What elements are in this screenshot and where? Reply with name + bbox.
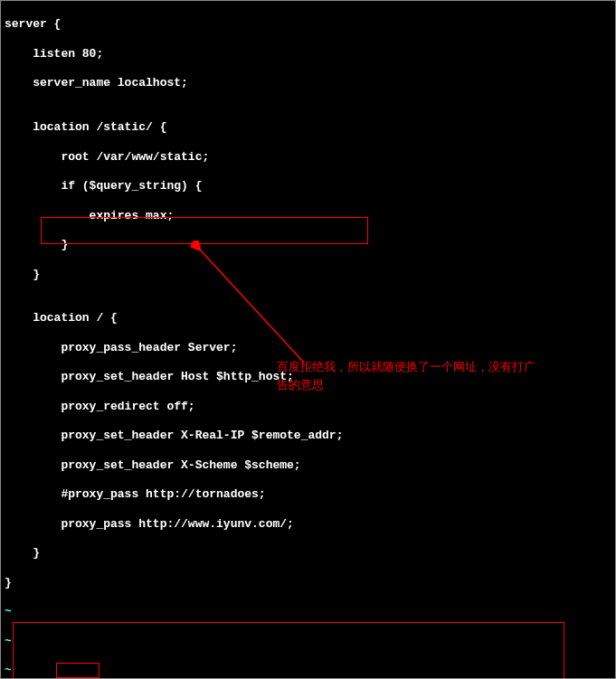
config-line: } bbox=[5, 576, 611, 590]
annotation-text: 百度拒绝我，所以就随便换了一个网址，没有打广 告的意思 bbox=[277, 358, 575, 393]
config-line: proxy_pass http://www.iyunv.com/; bbox=[5, 517, 611, 532]
config-line: } bbox=[5, 546, 611, 561]
config-line: location /static/ { bbox=[5, 120, 611, 135]
config-line: root /var/www/static; bbox=[5, 150, 611, 165]
config-line: proxy_redirect off; bbox=[5, 400, 611, 414]
config-line: #proxy_pass http://tornadoes; bbox=[5, 487, 611, 502]
config-line: server_name localhost; bbox=[5, 76, 611, 90]
config-line: proxy_set_header X-Real-IP $remote_addr; bbox=[5, 429, 611, 443]
highlight-box-proxy-pass bbox=[41, 217, 368, 244]
config-line: } bbox=[5, 268, 611, 282]
vim-tilde: ~ bbox=[5, 605, 611, 619]
config-line: server { bbox=[5, 17, 611, 32]
config-line: proxy_set_header X-Scheme $scheme; bbox=[5, 458, 611, 473]
highlight-box-title bbox=[56, 663, 100, 678]
terminal-output: server { listen 80; server_name localhos… bbox=[1, 1, 615, 679]
config-line: listen 80; bbox=[5, 47, 611, 61]
config-line: if ($query_string) { bbox=[5, 179, 611, 193]
config-line: proxy_pass_header Server; bbox=[5, 341, 611, 355]
config-line: location / { bbox=[5, 311, 611, 325]
